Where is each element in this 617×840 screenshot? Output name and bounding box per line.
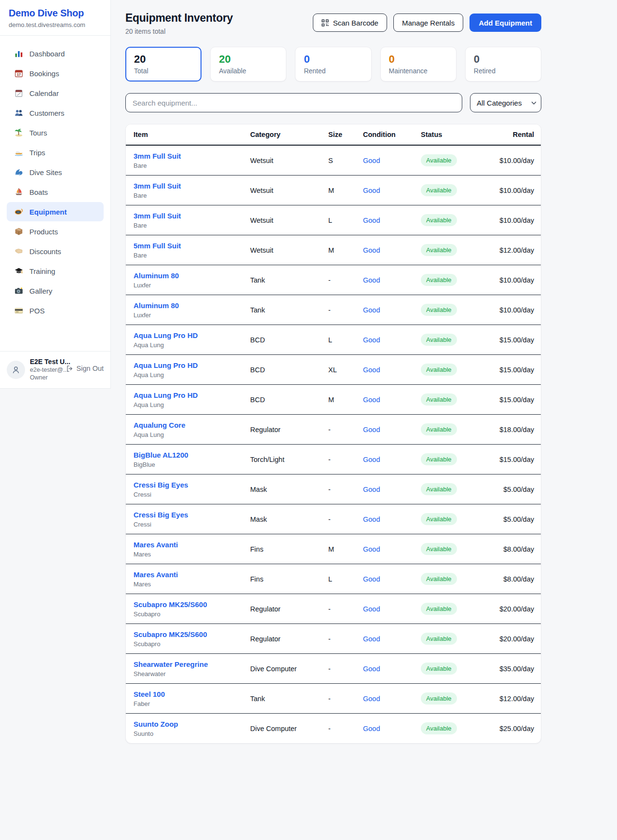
stat-card-maintenance[interactable]: 0Maintenance (380, 47, 456, 81)
item-name-link[interactable]: Cressi Big Eyes (134, 481, 242, 489)
table-row[interactable]: Scubapro MK25/S600 Scubapro Regulator - … (126, 594, 541, 624)
item-name-link[interactable]: Aqua Lung Pro HD (134, 331, 242, 339)
item-name-link[interactable]: 3mm Full Suit (134, 212, 242, 220)
condition-link[interactable]: Good (363, 336, 380, 344)
sidebar-item-training[interactable]: Training (7, 261, 104, 281)
sidebar-item-products[interactable]: Products (7, 222, 104, 241)
stat-value: 0 (389, 54, 448, 65)
equipment-table: Item Category Size Condition Status Rent… (126, 124, 541, 743)
condition-link[interactable]: Good (363, 486, 380, 493)
item-name-link[interactable]: 3mm Full Suit (134, 152, 242, 160)
item-name-link[interactable]: Scubapro MK25/S600 (134, 630, 242, 638)
condition-link[interactable]: Good (363, 306, 380, 314)
sidebar-item-trips[interactable]: Trips (7, 143, 104, 162)
condition-link[interactable]: Good (363, 396, 380, 404)
sign-out-button[interactable]: Sign Out (66, 365, 104, 372)
table-row[interactable]: Mares Avanti Mares Fins M Good Available… (126, 534, 541, 564)
condition-link[interactable]: Good (363, 635, 380, 643)
stat-value: 0 (304, 54, 362, 65)
condition-link[interactable]: Good (363, 515, 380, 523)
item-name-link[interactable]: Mares Avanti (134, 570, 242, 579)
brand-name[interactable]: Demo Dive Shop (9, 8, 102, 19)
table-row[interactable]: 5mm Full Suit Bare Wetsuit M Good Availa… (126, 235, 541, 265)
sidebar-item-bookings[interactable]: 17Bookings (7, 64, 104, 83)
condition-link[interactable]: Good (363, 575, 380, 583)
item-name-link[interactable]: Aqua Lung Pro HD (134, 361, 242, 369)
table-row[interactable]: Aqua Lung Pro HD Aqua Lung BCD M Good Av… (126, 385, 541, 415)
table-row[interactable]: Aqualung Core Aqua Lung Regulator - Good… (126, 415, 541, 445)
scan-barcode-button[interactable]: Scan Barcode (313, 14, 387, 32)
item-category: Dive Computer (246, 714, 324, 744)
sidebar-item-calendar[interactable]: Calendar (7, 83, 104, 103)
sidebar-item-gallery[interactable]: Gallery (7, 281, 104, 300)
stat-card-retired[interactable]: 0Retired (465, 47, 541, 81)
condition-link[interactable]: Good (363, 187, 380, 194)
item-size: - (324, 714, 359, 744)
table-row[interactable]: Aqua Lung Pro HD Aqua Lung BCD XL Good A… (126, 355, 541, 385)
table-row[interactable]: Mares Avanti Mares Fins L Good Available… (126, 564, 541, 594)
add-equipment-button[interactable]: Add Equipment (469, 14, 541, 32)
item-name-link[interactable]: Scubapro MK25/S600 (134, 600, 242, 609)
condition-link[interactable]: Good (363, 246, 380, 254)
sidebar-item-dashboard[interactable]: Dashboard (7, 44, 104, 63)
sidebar-item-discounts[interactable]: Discounts (7, 242, 104, 261)
table-row[interactable]: Aluminum 80 Luxfer Tank - Good Available… (126, 295, 541, 325)
stat-card-total[interactable]: 20Total (125, 47, 201, 81)
sidebar-item-pos[interactable]: POS (7, 301, 104, 320)
table-row[interactable]: Suunto Zoop Suunto Dive Computer - Good … (126, 714, 541, 744)
table-row[interactable]: 3mm Full Suit Bare Wetsuit M Good Availa… (126, 176, 541, 205)
item-rental: $15.00/day (485, 355, 541, 385)
item-brand: Scubapro (134, 640, 242, 648)
table-row[interactable]: Steel 100 Faber Tank - Good Available $1… (126, 684, 541, 714)
condition-link[interactable]: Good (363, 545, 380, 553)
item-name-link[interactable]: Aqualung Core (134, 421, 242, 429)
item-name-link[interactable]: Aluminum 80 (134, 271, 242, 280)
item-name-link[interactable]: 3mm Full Suit (134, 182, 242, 190)
sidebar-item-boats[interactable]: Boats (7, 182, 104, 202)
item-category: Torch/Light (246, 445, 324, 474)
item-category: Fins (246, 564, 324, 594)
stat-card-rented[interactable]: 0Rented (295, 47, 371, 81)
table-row[interactable]: Cressi Big Eyes Cressi Mask - Good Avail… (126, 504, 541, 534)
condition-link[interactable]: Good (363, 276, 380, 284)
condition-link[interactable]: Good (363, 605, 380, 613)
item-brand: Bare (134, 192, 242, 199)
table-row[interactable]: Aluminum 80 Luxfer Tank - Good Available… (126, 265, 541, 295)
condition-link[interactable]: Good (363, 366, 380, 374)
item-name-link[interactable]: 5mm Full Suit (134, 242, 242, 250)
table-row[interactable]: Cressi Big Eyes Cressi Mask - Good Avail… (126, 474, 541, 504)
condition-link[interactable]: Good (363, 157, 380, 164)
sidebar-item-equipment[interactable]: Equipment (7, 202, 104, 221)
item-rental: $5.00/day (485, 474, 541, 504)
table-row[interactable]: Shearwater Peregrine Shearwater Dive Com… (126, 654, 541, 684)
item-name-link[interactable]: Shearwater Peregrine (134, 660, 242, 668)
category-select[interactable]: All Categories (470, 93, 541, 112)
item-name-link[interactable]: Aqua Lung Pro HD (134, 391, 242, 399)
status-badge: Available (421, 483, 457, 495)
item-name-link[interactable]: Steel 100 (134, 690, 242, 698)
item-name-link[interactable]: Mares Avanti (134, 541, 242, 549)
item-name-link[interactable]: Aluminum 80 (134, 301, 242, 310)
sidebar-item-label: Dive Sites (29, 168, 62, 176)
sidebar-item-customers[interactable]: Customers (7, 103, 104, 122)
item-category: Regulator (246, 624, 324, 654)
table-row[interactable]: 3mm Full Suit Bare Wetsuit S Good Availa… (126, 145, 541, 176)
table-row[interactable]: BigBlue AL1200 BigBlue Torch/Light - Goo… (126, 445, 541, 474)
item-name-link[interactable]: Cressi Big Eyes (134, 511, 242, 519)
manage-rentals-button[interactable]: Manage Rentals (393, 14, 463, 32)
condition-link[interactable]: Good (363, 217, 380, 224)
table-row[interactable]: 3mm Full Suit Bare Wetsuit L Good Availa… (126, 205, 541, 235)
sidebar-item-dive-sites[interactable]: Dive Sites (7, 163, 104, 182)
condition-link[interactable]: Good (363, 426, 380, 434)
stat-card-available[interactable]: 20Available (210, 47, 286, 81)
item-name-link[interactable]: Suunto Zoop (134, 720, 242, 728)
search-input[interactable] (125, 93, 462, 112)
condition-link[interactable]: Good (363, 725, 380, 732)
table-row[interactable]: Scubapro MK25/S600 Scubapro Regulator - … (126, 624, 541, 654)
sidebar-item-tours[interactable]: Tours (7, 123, 104, 142)
item-name-link[interactable]: BigBlue AL1200 (134, 451, 242, 459)
condition-link[interactable]: Good (363, 665, 380, 673)
table-row[interactable]: Aqua Lung Pro HD Aqua Lung BCD L Good Av… (126, 325, 541, 355)
condition-link[interactable]: Good (363, 695, 380, 703)
condition-link[interactable]: Good (363, 456, 380, 463)
